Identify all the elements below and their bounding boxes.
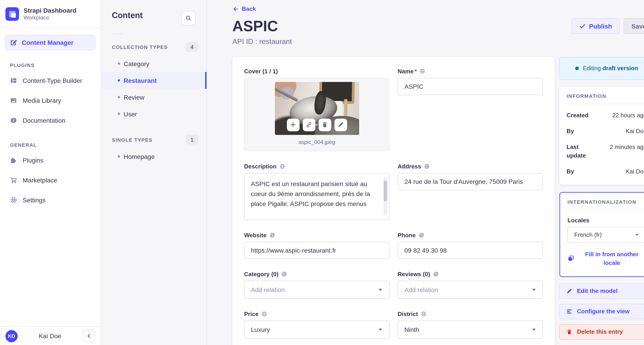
workspace-title: Strapi Dashboard bbox=[24, 7, 76, 14]
name-field: Name* bbox=[398, 68, 543, 151]
category-field: Category (0) Add relation bbox=[244, 270, 390, 298]
district-label: District bbox=[398, 310, 418, 317]
search-button[interactable] bbox=[181, 11, 196, 25]
single-types-count-badge: 1 bbox=[186, 135, 198, 144]
subnav-item-user[interactable]: User bbox=[101, 106, 206, 122]
phone-label: Phone bbox=[398, 232, 416, 238]
add-media-button[interactable] bbox=[287, 118, 299, 131]
price-field: Price Luxury bbox=[244, 310, 390, 338]
arrow-left-icon bbox=[232, 6, 239, 12]
edit-model-button[interactable]: Edit the model bbox=[559, 283, 644, 298]
phone-input[interactable] bbox=[398, 242, 543, 259]
sidebar-item-plugins[interactable]: Plugins bbox=[0, 150, 100, 170]
created-row: Created 22 hours ago bbox=[566, 111, 644, 119]
subnav-item-category[interactable]: Category bbox=[101, 55, 206, 72]
sidebar-item-settings[interactable]: Settings bbox=[0, 190, 100, 210]
required-asterisk: * bbox=[414, 68, 417, 74]
description-textarea[interactable]: ASPIC est un restaurant parisien situé a… bbox=[244, 173, 390, 220]
entry-form-card: Cover (1 / 1) bbox=[232, 57, 555, 345]
copy-icon bbox=[568, 255, 574, 262]
sidebar-item-label: Media Library bbox=[23, 97, 61, 104]
subnav-item-review[interactable]: Review bbox=[101, 89, 206, 106]
cart-icon bbox=[10, 176, 17, 184]
configure-view-button[interactable]: Configure the view bbox=[559, 304, 644, 319]
reviews-relation-select[interactable]: Add relation bbox=[398, 280, 543, 298]
category-label: Category (0) bbox=[244, 270, 278, 277]
locales-label: Locales bbox=[568, 217, 644, 224]
bullet-icon bbox=[118, 113, 120, 115]
chevron-down-icon bbox=[378, 287, 383, 292]
price-select[interactable]: Luxury bbox=[244, 320, 390, 338]
sidebar-item-marketplace[interactable]: Marketplace bbox=[0, 170, 100, 190]
fill-from-locale-link[interactable]: Fill in from another locale bbox=[568, 250, 644, 267]
globe-slash-icon bbox=[281, 271, 287, 277]
district-select[interactable]: Ninth bbox=[398, 320, 543, 338]
subnav-item-homepage[interactable]: Homepage bbox=[101, 148, 206, 165]
plus-icon bbox=[290, 121, 296, 128]
publish-button[interactable]: Publish bbox=[571, 18, 620, 34]
workspace-subtitle: Workplace bbox=[24, 14, 76, 21]
sidebar-section-general: GENERAL bbox=[0, 142, 100, 148]
pen-square-icon bbox=[10, 39, 17, 46]
entry-side-panel: Editing draft version INFORMATION Create… bbox=[559, 57, 644, 339]
sidebar-item-content-type-builder[interactable]: Content-Type Builder bbox=[0, 71, 100, 90]
subnav-title: Content bbox=[112, 11, 143, 20]
content-subnav: Content COLLECTION TYPES 4 Category Rest… bbox=[101, 0, 207, 345]
name-label: Name bbox=[398, 68, 414, 74]
draft-status-banner: Editing draft version bbox=[559, 57, 644, 80]
edit-media-button[interactable] bbox=[334, 118, 347, 131]
price-label: Price bbox=[244, 310, 258, 317]
name-input[interactable] bbox=[398, 78, 543, 95]
subnav-item-restaurant[interactable]: Restaurant bbox=[101, 72, 206, 89]
reviews-field: Reviews (0) Add relation bbox=[398, 270, 543, 298]
cover-label: Cover (1 / 1) bbox=[244, 68, 278, 74]
copy-link-button[interactable] bbox=[302, 118, 315, 131]
website-field: Website bbox=[244, 232, 390, 259]
last-update-row: Last update 2 minutes ago bbox=[566, 142, 644, 160]
page-title: ASPIC bbox=[232, 18, 278, 34]
subnav-item-label: Review bbox=[124, 94, 144, 101]
sidebar-item-label: Settings bbox=[23, 196, 46, 204]
link-icon bbox=[306, 121, 312, 128]
information-card: INFORMATION Created 22 hours ago By Kai … bbox=[559, 87, 644, 184]
globe-icon bbox=[261, 311, 267, 317]
search-icon bbox=[185, 15, 192, 21]
address-label: Address bbox=[398, 163, 421, 170]
globe-icon bbox=[279, 163, 285, 169]
category-relation-select[interactable]: Add relation bbox=[244, 280, 390, 298]
cover-media-widget: aspic_004.jpeg bbox=[244, 78, 390, 151]
district-field: District Ninth bbox=[398, 310, 543, 338]
collapse-sidebar-button[interactable] bbox=[82, 330, 95, 342]
created-by-row: By Kai Doe bbox=[566, 126, 644, 135]
sidebar-item-label: Content Manager bbox=[22, 39, 74, 46]
information-heading: INFORMATION bbox=[566, 93, 644, 98]
subnav-item-label: Category bbox=[124, 60, 150, 67]
address-input[interactable] bbox=[398, 173, 543, 190]
globe-slash-icon bbox=[424, 163, 430, 169]
delete-media-button[interactable] bbox=[318, 118, 331, 131]
website-input[interactable] bbox=[244, 242, 390, 259]
description-scrollbar[interactable] bbox=[384, 180, 387, 201]
locale-select[interactable]: French (fr) bbox=[568, 226, 644, 243]
media-icon bbox=[10, 97, 17, 104]
divider bbox=[568, 210, 644, 210]
chevron-left-icon bbox=[86, 333, 92, 339]
layout-icon bbox=[10, 77, 17, 84]
sidebar-item-label: Documentation bbox=[23, 117, 65, 124]
internationalization-card: INTERNATIONALIZATION Locales French (fr)… bbox=[559, 192, 644, 277]
globe-icon bbox=[420, 68, 426, 74]
chevron-down-icon bbox=[532, 287, 536, 292]
draft-dot-icon bbox=[575, 66, 579, 70]
globe-icon bbox=[421, 311, 426, 317]
description-field: Description ASPIC est un restaurant pari… bbox=[244, 163, 390, 220]
subnav-item-label: Restaurant bbox=[124, 77, 157, 84]
sidebar-item-documentation[interactable]: Documentation bbox=[0, 110, 100, 130]
save-button[interactable]: Save bbox=[624, 18, 644, 34]
info-icon bbox=[10, 117, 17, 124]
sidebar-item-content-manager[interactable]: Content Manager bbox=[4, 34, 96, 51]
delete-entry-button[interactable]: Delete this entry bbox=[559, 324, 644, 339]
sidebar-item-label: Content-Type Builder bbox=[23, 77, 82, 84]
app-window: Strapi Dashboard Workplace Content Manag… bbox=[0, 0, 644, 345]
back-link[interactable]: Back bbox=[232, 6, 256, 12]
sidebar-item-media-library[interactable]: Media Library bbox=[0, 90, 100, 110]
